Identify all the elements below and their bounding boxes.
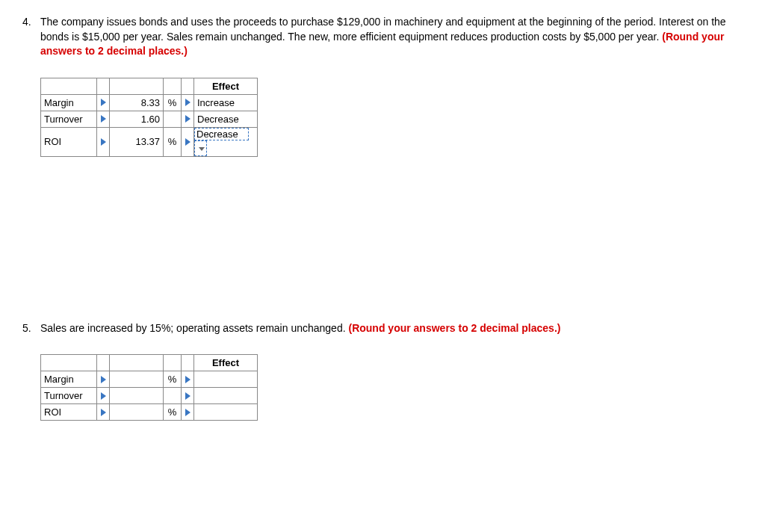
roi-label: ROI (41, 127, 97, 156)
roi-value[interactable]: 13.37 (110, 127, 164, 156)
header-blank-label (41, 78, 97, 94)
roi-label-5: ROI (41, 404, 97, 421)
table-row: ROI % (41, 404, 258, 421)
header-blank-pct (164, 78, 182, 94)
roi-pct-5: % (164, 404, 182, 421)
margin-value-5[interactable] (110, 371, 164, 388)
roi-effect-cell[interactable]: Decrease (194, 127, 258, 156)
header-blank-value (110, 355, 164, 371)
indicator-cell (182, 127, 194, 156)
indicator-icon (185, 376, 191, 383)
question-5-number: 5. (22, 321, 31, 336)
indicator-cell (97, 404, 110, 421)
indicator-icon (185, 392, 191, 400)
indicator-cell (182, 94, 194, 111)
indicator-icon (101, 392, 106, 400)
header-blank-ind (97, 355, 110, 371)
margin-effect-5[interactable] (194, 371, 258, 388)
indicator-cell (182, 371, 194, 388)
indicator-cell (97, 127, 110, 156)
question-5-text: 5. Sales are increased by 15%; operating… (22, 321, 743, 336)
margin-value[interactable]: 8.33 (110, 94, 164, 111)
turnover-effect-5[interactable] (194, 388, 258, 404)
indicator-icon (101, 376, 106, 383)
table-row: Turnover (41, 388, 258, 404)
indicator-cell (97, 111, 110, 127)
indicator-cell (97, 388, 110, 404)
margin-label: Margin (41, 94, 97, 111)
indicator-icon (185, 409, 191, 416)
table-row: Margin 8.33 % Increase (41, 94, 258, 111)
question-4: 4. The company issues bonds and uses the… (22, 15, 743, 157)
roi-effect: Decrease (196, 129, 238, 140)
indicator-icon (101, 99, 106, 106)
margin-label-5: Margin (41, 371, 97, 388)
answer-table-4: Effect Margin 8.33 % Increase Turnover 1… (40, 78, 258, 157)
margin-effect[interactable]: Increase (194, 94, 258, 111)
table-row: Turnover 1.60 Decrease (41, 111, 258, 127)
turnover-pct-5 (164, 388, 182, 404)
chevron-down-icon[interactable] (199, 147, 205, 151)
roi-effect-5[interactable] (194, 404, 258, 421)
effect-header: Effect (194, 78, 258, 94)
header-blank-ind (97, 78, 110, 94)
indicator-cell (182, 388, 194, 404)
indicator-cell (97, 94, 110, 111)
question-4-body: The company issues bonds and uses the pr… (40, 16, 726, 43)
indicator-cell (182, 404, 194, 421)
header-blank-pct (164, 355, 182, 371)
answer-table-5: Effect Margin % Turnover ROI % (40, 354, 258, 421)
indicator-cell (182, 111, 194, 127)
turnover-pct (164, 111, 182, 127)
indicator-icon (101, 409, 106, 416)
turnover-label-5: Turnover (41, 388, 97, 404)
header-blank-value (110, 78, 164, 94)
indicator-icon (185, 99, 191, 106)
turnover-effect[interactable]: Decrease (194, 111, 258, 127)
turnover-value-5[interactable] (110, 388, 164, 404)
turnover-value[interactable]: 1.60 (110, 111, 164, 127)
question-5-body: Sales are increased by 15%; operating as… (40, 322, 348, 334)
table-row: Margin % (41, 371, 258, 388)
question-5: 5. Sales are increased by 15%; operating… (22, 321, 743, 421)
effect-header-5: Effect (194, 355, 258, 371)
header-blank-label (41, 355, 97, 371)
indicator-icon (101, 115, 106, 123)
header-blank-ind2 (182, 355, 194, 371)
question-5-note: (Round your answers to 2 decimal places.… (348, 322, 560, 334)
header-blank-ind2 (182, 78, 194, 94)
roi-pct: % (164, 127, 182, 156)
roi-value-5[interactable] (110, 404, 164, 421)
table-row: ROI 13.37 % Decrease (41, 127, 258, 156)
question-4-text: 4. The company issues bonds and uses the… (22, 15, 743, 59)
indicator-icon (185, 115, 191, 123)
indicator-icon (185, 138, 191, 146)
indicator-icon (101, 138, 106, 146)
indicator-cell (97, 371, 110, 388)
margin-pct: % (164, 94, 182, 111)
turnover-label: Turnover (41, 111, 97, 127)
question-4-number: 4. (22, 15, 31, 30)
margin-pct-5: % (164, 371, 182, 388)
